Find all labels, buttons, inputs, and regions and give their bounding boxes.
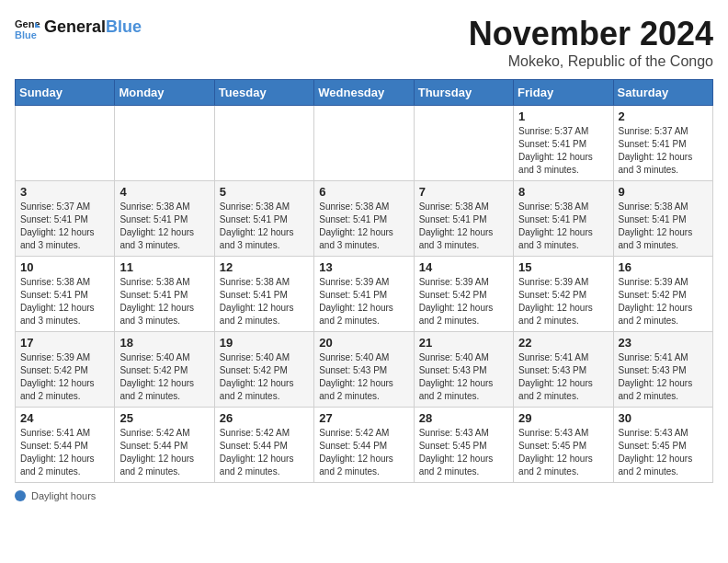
day-number: 20 xyxy=(319,336,408,350)
day-number: 9 xyxy=(619,185,708,199)
calendar-cell: 29Sunrise: 5:43 AM Sunset: 5:45 PM Dayli… xyxy=(514,408,613,483)
day-info: Sunrise: 5:41 AM Sunset: 5:44 PM Dayligh… xyxy=(20,427,109,478)
day-number: 4 xyxy=(119,185,209,199)
day-info: Sunrise: 5:38 AM Sunset: 5:41 PM Dayligh… xyxy=(419,201,508,252)
day-info: Sunrise: 5:37 AM Sunset: 5:41 PM Dayligh… xyxy=(20,201,109,252)
calendar-cell: 5Sunrise: 5:38 AM Sunset: 5:41 PM Daylig… xyxy=(214,181,313,257)
calendar-cell: 4Sunrise: 5:38 AM Sunset: 5:41 PM Daylig… xyxy=(115,181,214,257)
footer-note: Daylight hours xyxy=(15,490,713,501)
day-info: Sunrise: 5:42 AM Sunset: 5:44 PM Dayligh… xyxy=(119,427,209,478)
day-number: 13 xyxy=(319,260,408,274)
day-number: 26 xyxy=(220,411,309,425)
logo: General Blue GeneralBlue xyxy=(15,15,142,40)
calendar-cell: 27Sunrise: 5:42 AM Sunset: 5:44 PM Dayli… xyxy=(314,408,414,483)
day-number: 3 xyxy=(20,185,109,199)
day-info: Sunrise: 5:43 AM Sunset: 5:45 PM Dayligh… xyxy=(419,427,508,478)
calendar-cell: 13Sunrise: 5:39 AM Sunset: 5:41 PM Dayli… xyxy=(314,257,414,332)
day-info: Sunrise: 5:41 AM Sunset: 5:43 PM Dayligh… xyxy=(518,351,608,403)
calendar-cell: 25Sunrise: 5:42 AM Sunset: 5:44 PM Dayli… xyxy=(115,408,214,483)
day-info: Sunrise: 5:37 AM Sunset: 5:41 PM Dayligh… xyxy=(518,125,608,177)
day-number: 15 xyxy=(518,260,608,274)
daylight-label: Daylight hours xyxy=(31,490,96,501)
day-number: 2 xyxy=(619,109,708,123)
calendar-cell: 16Sunrise: 5:39 AM Sunset: 5:42 PM Dayli… xyxy=(613,257,712,332)
header-day-tuesday: Tuesday xyxy=(214,80,313,106)
day-info: Sunrise: 5:38 AM Sunset: 5:41 PM Dayligh… xyxy=(220,276,309,327)
calendar-cell: 3Sunrise: 5:37 AM Sunset: 5:41 PM Daylig… xyxy=(16,181,115,257)
day-info: Sunrise: 5:42 AM Sunset: 5:44 PM Dayligh… xyxy=(319,427,408,478)
calendar-cell: 23Sunrise: 5:41 AM Sunset: 5:43 PM Dayli… xyxy=(613,332,712,408)
svg-text:Blue: Blue xyxy=(15,29,37,40)
day-info: Sunrise: 5:43 AM Sunset: 5:45 PM Dayligh… xyxy=(518,427,608,478)
day-info: Sunrise: 5:38 AM Sunset: 5:41 PM Dayligh… xyxy=(20,276,109,327)
calendar-cell: 20Sunrise: 5:40 AM Sunset: 5:43 PM Dayli… xyxy=(314,332,414,408)
calendar-cell: 21Sunrise: 5:40 AM Sunset: 5:43 PM Dayli… xyxy=(414,332,513,408)
day-number: 12 xyxy=(220,260,309,274)
day-number: 19 xyxy=(220,336,309,350)
location-title: Mokeko, Republic of the Congo xyxy=(469,53,713,70)
calendar-cell xyxy=(16,106,115,181)
day-info: Sunrise: 5:38 AM Sunset: 5:41 PM Dayligh… xyxy=(119,276,209,327)
title-area: November 2024 Mokeko, Republic of the Co… xyxy=(469,15,713,70)
calendar-cell: 28Sunrise: 5:43 AM Sunset: 5:45 PM Dayli… xyxy=(414,408,513,483)
calendar-cell: 18Sunrise: 5:40 AM Sunset: 5:42 PM Dayli… xyxy=(115,332,214,408)
week-row-0: 1Sunrise: 5:37 AM Sunset: 5:41 PM Daylig… xyxy=(16,106,713,181)
day-number: 16 xyxy=(619,260,708,274)
day-number: 29 xyxy=(518,411,608,425)
day-info: Sunrise: 5:39 AM Sunset: 5:41 PM Dayligh… xyxy=(319,276,408,327)
day-info: Sunrise: 5:40 AM Sunset: 5:42 PM Dayligh… xyxy=(119,351,209,403)
calendar-cell: 15Sunrise: 5:39 AM Sunset: 5:42 PM Dayli… xyxy=(514,257,613,332)
day-number: 8 xyxy=(518,185,608,199)
header-day-sunday: Sunday xyxy=(16,80,115,106)
day-info: Sunrise: 5:38 AM Sunset: 5:41 PM Dayligh… xyxy=(319,201,408,252)
calendar-cell xyxy=(414,106,513,181)
day-info: Sunrise: 5:38 AM Sunset: 5:41 PM Dayligh… xyxy=(619,201,708,252)
day-info: Sunrise: 5:38 AM Sunset: 5:41 PM Dayligh… xyxy=(518,201,608,252)
header-day-thursday: Thursday xyxy=(414,80,513,106)
day-number: 30 xyxy=(619,411,708,425)
day-number: 17 xyxy=(20,336,109,350)
day-number: 18 xyxy=(119,336,209,350)
day-number: 7 xyxy=(419,185,508,199)
header-day-friday: Friday xyxy=(514,80,613,106)
logo-text: GeneralBlue xyxy=(44,18,142,37)
day-number: 6 xyxy=(319,185,408,199)
day-number: 28 xyxy=(419,411,508,425)
week-row-1: 3Sunrise: 5:37 AM Sunset: 5:41 PM Daylig… xyxy=(16,181,713,257)
header-day-saturday: Saturday xyxy=(613,80,712,106)
header-day-monday: Monday xyxy=(115,80,214,106)
calendar-cell: 26Sunrise: 5:42 AM Sunset: 5:44 PM Dayli… xyxy=(214,408,313,483)
day-number: 27 xyxy=(319,411,408,425)
week-row-2: 10Sunrise: 5:38 AM Sunset: 5:41 PM Dayli… xyxy=(16,257,713,332)
day-info: Sunrise: 5:41 AM Sunset: 5:43 PM Dayligh… xyxy=(619,351,708,403)
day-info: Sunrise: 5:39 AM Sunset: 5:42 PM Dayligh… xyxy=(619,276,708,327)
calendar-cell xyxy=(115,106,214,181)
day-info: Sunrise: 5:37 AM Sunset: 5:41 PM Dayligh… xyxy=(619,125,708,177)
calendar-cell: 7Sunrise: 5:38 AM Sunset: 5:41 PM Daylig… xyxy=(414,181,513,257)
day-info: Sunrise: 5:39 AM Sunset: 5:42 PM Dayligh… xyxy=(20,351,109,403)
day-info: Sunrise: 5:40 AM Sunset: 5:42 PM Dayligh… xyxy=(220,351,309,403)
calendar-cell: 8Sunrise: 5:38 AM Sunset: 5:41 PM Daylig… xyxy=(514,181,613,257)
week-row-3: 17Sunrise: 5:39 AM Sunset: 5:42 PM Dayli… xyxy=(16,332,713,408)
calendar-cell: 30Sunrise: 5:43 AM Sunset: 5:45 PM Dayli… xyxy=(613,408,712,483)
day-number: 24 xyxy=(20,411,109,425)
day-number: 25 xyxy=(119,411,209,425)
day-number: 10 xyxy=(20,260,109,274)
day-info: Sunrise: 5:39 AM Sunset: 5:42 PM Dayligh… xyxy=(518,276,608,327)
calendar-cell xyxy=(214,106,313,181)
header: General Blue GeneralBlue November 2024 M… xyxy=(15,15,713,70)
calendar-cell: 2Sunrise: 5:37 AM Sunset: 5:41 PM Daylig… xyxy=(613,106,712,181)
calendar-cell: 24Sunrise: 5:41 AM Sunset: 5:44 PM Dayli… xyxy=(16,408,115,483)
footer-circle-icon xyxy=(15,490,26,501)
day-number: 5 xyxy=(220,185,309,199)
day-info: Sunrise: 5:43 AM Sunset: 5:45 PM Dayligh… xyxy=(619,427,708,478)
day-number: 21 xyxy=(419,336,508,350)
logo-icon: General Blue xyxy=(15,15,40,40)
week-row-4: 24Sunrise: 5:41 AM Sunset: 5:44 PM Dayli… xyxy=(16,408,713,483)
calendar-header-row: SundayMondayTuesdayWednesdayThursdayFrid… xyxy=(16,80,713,106)
day-number: 11 xyxy=(119,260,209,274)
calendar-cell: 19Sunrise: 5:40 AM Sunset: 5:42 PM Dayli… xyxy=(214,332,313,408)
calendar-cell: 12Sunrise: 5:38 AM Sunset: 5:41 PM Dayli… xyxy=(214,257,313,332)
day-info: Sunrise: 5:40 AM Sunset: 5:43 PM Dayligh… xyxy=(319,351,408,403)
day-info: Sunrise: 5:42 AM Sunset: 5:44 PM Dayligh… xyxy=(220,427,309,478)
